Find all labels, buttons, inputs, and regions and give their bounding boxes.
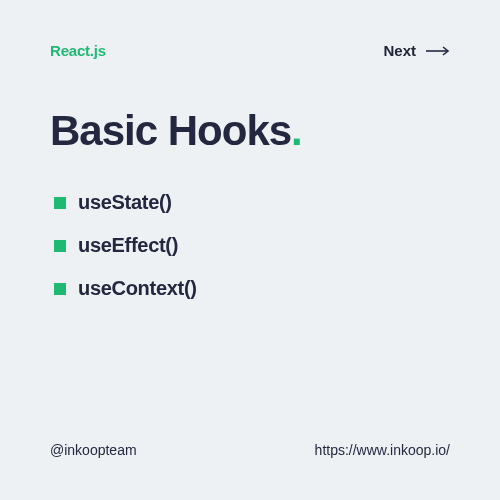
title-text: Basic Hooks: [50, 107, 291, 154]
next-label: Next: [383, 42, 416, 59]
footer: @inkoopteam https://www.inkoop.io/: [50, 442, 450, 458]
website-url[interactable]: https://www.inkoop.io/: [315, 442, 450, 458]
hook-name: useContext(): [78, 277, 197, 300]
arrow-right-icon: [426, 45, 450, 57]
list-item: useContext(): [54, 277, 450, 300]
hook-name: useEffect(): [78, 234, 178, 257]
hook-name: useState(): [78, 191, 172, 214]
square-bullet-icon: [54, 240, 66, 252]
list-item: useState(): [54, 191, 450, 214]
title-dot: .: [291, 107, 302, 154]
header: React.js Next: [50, 42, 450, 59]
list-item: useEffect(): [54, 234, 450, 257]
next-button[interactable]: Next: [383, 42, 450, 59]
hooks-list: useState() useEffect() useContext(): [50, 191, 450, 300]
square-bullet-icon: [54, 283, 66, 295]
social-handle[interactable]: @inkoopteam: [50, 442, 137, 458]
brand-label: React.js: [50, 42, 106, 59]
square-bullet-icon: [54, 197, 66, 209]
page-title: Basic Hooks.: [50, 107, 450, 155]
